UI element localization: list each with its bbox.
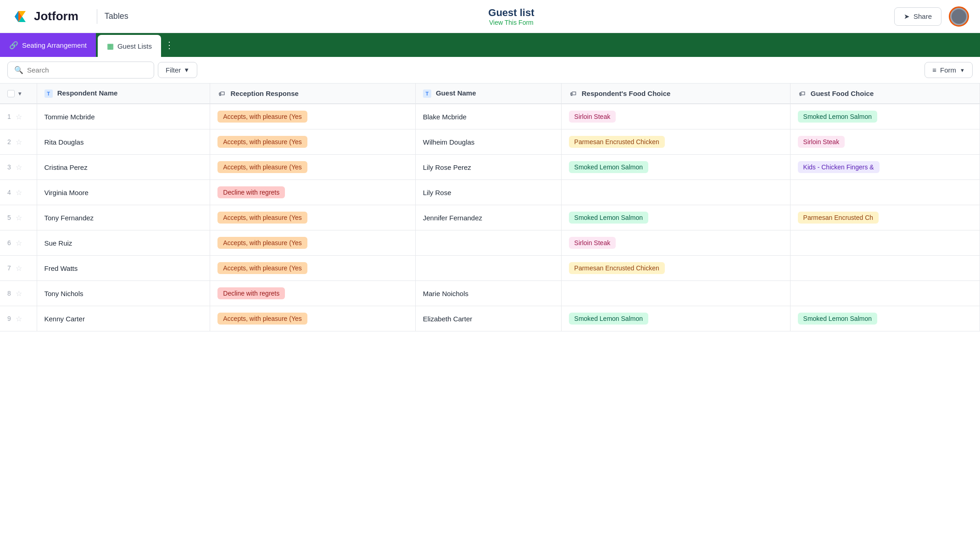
table-body: 1 ☆ Tommie McbrideAccepts, with pleasure… <box>0 104 980 331</box>
respondent-name-cell: Tony Nichols <box>37 281 210 306</box>
respondent-food-cell: Smoked Lemon Salmon <box>561 306 790 331</box>
filter-button[interactable]: Filter ▼ <box>158 62 197 78</box>
tab-seating-arrangement[interactable]: 🔗 Seating Arrangement <box>0 33 96 57</box>
respondent-food-cell: Sirloin Steak <box>561 104 790 129</box>
guest-list-table: ▾ T Respondent Name 🏷 Reception Response… <box>0 84 980 331</box>
select-all-checkbox[interactable] <box>7 90 15 97</box>
guest-name-cell <box>415 256 561 281</box>
star-icon[interactable]: ☆ <box>16 138 22 146</box>
row-number-cell: 4 ☆ <box>0 180 37 205</box>
reception-response-cell: Accepts, with pleasure (Yes <box>210 155 416 180</box>
table-row: 1 ☆ Tommie McbrideAccepts, with pleasure… <box>0 104 980 129</box>
guest-food-cell <box>790 230 980 256</box>
header-actions: ➤ Share <box>894 6 969 27</box>
header-reception-response[interactable]: 🏷 Reception Response <box>210 84 416 104</box>
filter-icon: ▼ <box>184 67 189 73</box>
respondent-food-cell: Parmesan Encrusted Chicken <box>561 129 790 155</box>
grid-icon: ▦ <box>107 42 114 50</box>
row-number-cell: 6 ☆ <box>0 230 37 256</box>
table-row: 5 ☆ Tony FernandezAccepts, with pleasure… <box>0 205 980 230</box>
search-box[interactable]: 🔍 <box>7 62 154 78</box>
respondent-food-badge: Sirloin Steak <box>569 237 616 249</box>
header-select-all[interactable]: ▾ <box>0 84 37 104</box>
respondent-food-badge: Parmesan Encrusted Chicken <box>569 136 665 148</box>
avatar[interactable] <box>949 6 969 27</box>
respondent-name-cell: Virginia Moore <box>37 180 210 205</box>
row-number: 9 <box>7 315 11 322</box>
form-icon: ≡ <box>932 66 936 74</box>
app-header: Jotform Tables Guest list View This Form… <box>0 0 980 33</box>
tab-guests-label: Guest Lists <box>117 42 152 50</box>
form-view-button[interactable]: ≡ Form ▼ <box>924 62 973 78</box>
reception-response-cell: Accepts, with pleasure (Yes <box>210 306 416 331</box>
view-form-link[interactable]: View This Form <box>489 19 534 26</box>
text-column-icon-2: T <box>423 90 431 98</box>
star-icon[interactable]: ☆ <box>16 264 22 273</box>
respondent-food-cell: Smoked Lemon Salmon <box>561 155 790 180</box>
row-number-cell: 5 ☆ <box>0 205 37 230</box>
row-number: 2 <box>7 138 11 146</box>
respondent-food-badge: Sirloin Steak <box>569 111 616 123</box>
tab-guest-lists[interactable]: ▦ Guest Lists <box>98 35 161 57</box>
reception-response-cell: Accepts, with pleasure (Yes <box>210 104 416 129</box>
guest-name-cell: Elizabeth Carter <box>415 306 561 331</box>
chevron-down-icon: ▼ <box>960 67 965 73</box>
respondent-name-cell: Tony Fernandez <box>37 205 210 230</box>
guest-food-cell <box>790 256 980 281</box>
row-number: 5 <box>7 214 11 221</box>
logo-text: Jotform <box>34 9 78 23</box>
share-label: Share <box>913 12 932 20</box>
filter-label: Filter <box>166 66 181 74</box>
table-row: 2 ☆ Rita DouglasAccepts, with pleasure (… <box>0 129 980 155</box>
reception-response-cell: Accepts, with pleasure (Yes <box>210 205 416 230</box>
logo-area: Jotform <box>11 7 78 26</box>
reception-response-badge: Accepts, with pleasure (Yes <box>217 262 307 274</box>
reception-response-cell: Accepts, with pleasure (Yes <box>210 129 416 155</box>
tag-column-icon-2: 🏷 <box>569 90 577 98</box>
header-guest-name[interactable]: T Guest Name <box>415 84 561 104</box>
star-icon[interactable]: ☆ <box>16 239 22 247</box>
row-number: 7 <box>7 264 11 272</box>
row-number: 3 <box>7 163 11 171</box>
reception-response-cell: Decline with regrets <box>210 180 416 205</box>
tables-label: Tables <box>105 11 128 21</box>
tag-column-icon: 🏷 <box>217 90 226 98</box>
respondent-food-badge: Parmesan Encrusted Chicken <box>569 262 665 274</box>
reception-response-badge: Accepts, with pleasure (Yes <box>217 161 307 173</box>
tab-more-button[interactable]: ⋮ <box>161 33 178 57</box>
header-chevron-icon[interactable]: ▾ <box>18 90 21 97</box>
row-number-cell: 7 ☆ <box>0 256 37 281</box>
row-number: 1 <box>7 113 11 120</box>
respondent-name-cell: Sue Ruiz <box>37 230 210 256</box>
share-button[interactable]: ➤ Share <box>894 7 941 26</box>
search-input[interactable] <box>27 66 147 74</box>
header-guest-food[interactable]: 🏷 Guest Food Choice <box>790 84 980 104</box>
guest-name-cell: Lily Rose Perez <box>415 155 561 180</box>
star-icon[interactable]: ☆ <box>16 213 22 222</box>
star-icon[interactable]: ☆ <box>16 314 22 323</box>
guest-food-cell <box>790 180 980 205</box>
row-number-cell: 3 ☆ <box>0 155 37 180</box>
toolbar: 🔍 Filter ▼ ≡ Form ▼ <box>0 57 980 84</box>
header-guest-food-label: Guest Food Choice <box>811 90 874 97</box>
star-icon[interactable]: ☆ <box>16 163 22 172</box>
star-icon[interactable]: ☆ <box>16 112 22 121</box>
reception-response-badge: Accepts, with pleasure (Yes <box>217 313 307 325</box>
star-icon[interactable]: ☆ <box>16 289 22 298</box>
reception-response-badge: Accepts, with pleasure (Yes <box>217 212 307 224</box>
guest-food-badge: Parmesan Encrusted Ch <box>798 212 879 224</box>
avatar-image <box>952 9 966 24</box>
table-row: 3 ☆ Cristina PerezAccepts, with pleasure… <box>0 155 980 180</box>
respondent-food-cell: Parmesan Encrusted Chicken <box>561 256 790 281</box>
guest-food-cell: Smoked Lemon Salmon <box>790 104 980 129</box>
respondent-name-cell: Tommie Mcbride <box>37 104 210 129</box>
data-table-wrap: ▾ T Respondent Name 🏷 Reception Response… <box>0 84 980 331</box>
reception-response-cell: Accepts, with pleasure (Yes <box>210 256 416 281</box>
respondent-food-cell: Smoked Lemon Salmon <box>561 205 790 230</box>
star-icon[interactable]: ☆ <box>16 188 22 197</box>
header-respondent-name[interactable]: T Respondent Name <box>37 84 210 104</box>
respondent-food-badge: Smoked Lemon Salmon <box>569 212 648 224</box>
link-icon: 🔗 <box>9 41 18 50</box>
header-respondent-food[interactable]: 🏷 Respondent's Food Choice <box>561 84 790 104</box>
respondent-food-cell <box>561 281 790 306</box>
